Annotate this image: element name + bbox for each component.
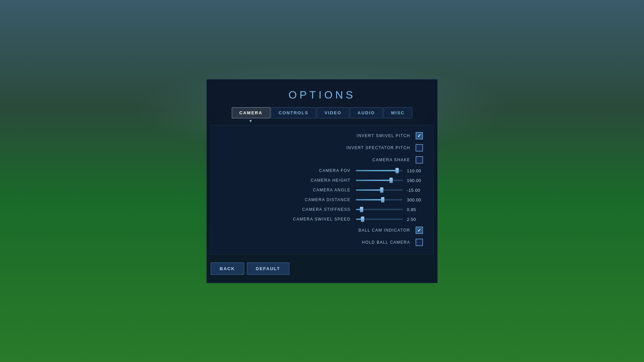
checkbox-camera-shake[interactable] xyxy=(416,156,423,164)
tab-audio[interactable]: AUDIO xyxy=(350,107,383,118)
setting-camera-height: CAMERA HEIGHT 190.00 xyxy=(221,178,423,183)
setting-camera-distance: CAMERA DISTANCE 300.00 xyxy=(221,197,423,202)
slider-camera-distance-track[interactable] xyxy=(356,199,403,200)
checkbox-ball-cam-indicator[interactable] xyxy=(416,227,423,234)
slider-camera-fov-value: 110.00 xyxy=(407,168,423,173)
slider-camera-fov-container: 110.00 xyxy=(356,168,423,173)
slider-camera-stiffness-value: 0.85 xyxy=(407,207,423,212)
default-button[interactable]: DEFAULT xyxy=(247,262,289,275)
slider-camera-height-container: 190.00 xyxy=(356,178,423,183)
slider-camera-distance-value: 300.00 xyxy=(407,197,423,202)
modal-title: OPTIONS xyxy=(207,79,437,107)
overlay: OPTIONS CAMERA CONTROLS VIDEO AUDIO MISC xyxy=(0,0,644,362)
slider-camera-swivel-speed-container: 2.50 xyxy=(356,217,423,222)
slider-camera-angle-container: -15.00 xyxy=(356,188,423,193)
setting-camera-swivel-speed: CAMERA SWIVEL SPEED 2.50 xyxy=(221,217,423,222)
setting-invert-spectator-pitch: INVERT SPECTATOR PITCH xyxy=(221,144,423,152)
bottom-buttons: BACK DEFAULT xyxy=(207,258,437,275)
setting-ball-cam-indicator: BALL CAM INDICATOR xyxy=(221,227,423,234)
slider-camera-stiffness-track[interactable] xyxy=(356,209,403,210)
slider-camera-angle-track[interactable] xyxy=(356,189,403,191)
slider-camera-height-track[interactable] xyxy=(356,180,403,181)
slider-camera-height-value: 190.00 xyxy=(407,178,423,183)
checkbox-invert-spectator-pitch[interactable] xyxy=(416,144,423,152)
setting-invert-swivel-pitch: INVERT SWIVEL PITCH xyxy=(221,132,423,139)
slider-camera-stiffness-container: 0.85 xyxy=(356,207,423,212)
setting-camera-stiffness: CAMERA STIFFNESS 0.85 xyxy=(221,207,423,212)
setting-camera-shake: CAMERA SHAKE xyxy=(221,156,423,164)
slider-camera-swivel-speed-value: 2.50 xyxy=(407,217,423,222)
slider-camera-fov-track[interactable] xyxy=(356,170,403,171)
options-modal: OPTIONS CAMERA CONTROLS VIDEO AUDIO MISC xyxy=(206,79,438,283)
setting-camera-angle: CAMERA ANGLE -15.00 xyxy=(221,188,423,193)
back-button[interactable]: BACK xyxy=(211,262,244,275)
tab-video[interactable]: VIDEO xyxy=(317,107,349,118)
tabs-container: CAMERA CONTROLS VIDEO AUDIO MISC xyxy=(207,107,437,118)
slider-camera-angle-value: -15.00 xyxy=(407,188,423,193)
setting-camera-fov: CAMERA FOV 110.00 xyxy=(221,168,423,173)
slider-camera-distance-container: 300.00 xyxy=(356,197,423,202)
slider-camera-swivel-speed-track[interactable] xyxy=(356,219,403,220)
tab-misc[interactable]: MISC xyxy=(383,107,413,118)
checkbox-hold-ball-camera[interactable] xyxy=(416,239,423,246)
tab-camera[interactable]: CAMERA xyxy=(232,107,270,118)
checkbox-invert-swivel-pitch[interactable] xyxy=(416,132,423,139)
setting-hold-ball-camera: HOLD BALL CAMERA xyxy=(221,239,423,246)
tab-controls[interactable]: CONTROLS xyxy=(271,107,316,118)
settings-content: INVERT SWIVEL PITCH INVERT SPECTATOR PIT… xyxy=(211,125,433,254)
